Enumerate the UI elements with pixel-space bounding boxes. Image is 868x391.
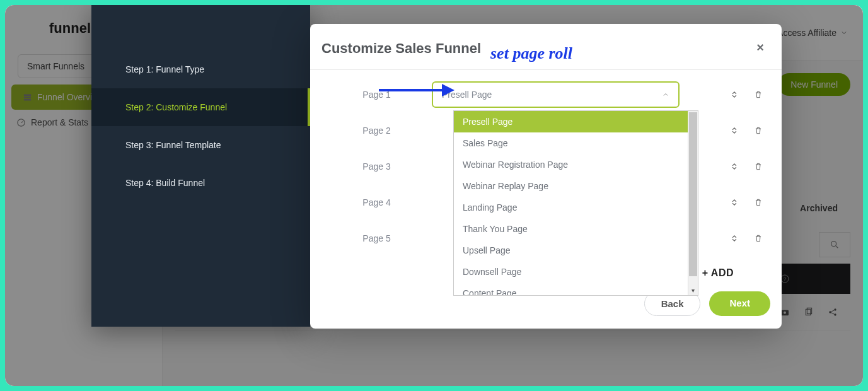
trash-icon[interactable]	[754, 162, 763, 171]
step-customize-funnel[interactable]: Step 2: Customize Funnel	[91, 88, 310, 126]
dropdown-option[interactable]: Upsell Page	[454, 240, 698, 261]
scrollbar-track[interactable]: ▾	[688, 111, 698, 295]
chevron-up-icon	[662, 91, 669, 98]
wizard-steps-panel: Step 1: Funnel Type Step 2: Customize Fu…	[91, 5, 310, 327]
scroll-down-icon[interactable]: ▾	[688, 285, 698, 295]
page-5-label: Page 5	[321, 233, 432, 243]
modal-title: Customize Sales Funnel	[321, 40, 481, 57]
trash-icon[interactable]	[754, 126, 763, 135]
next-button[interactable]: Next	[709, 291, 770, 316]
dropdown-option[interactable]: Content Page	[454, 283, 698, 296]
sort-icon[interactable]	[730, 234, 739, 243]
dropdown-option[interactable]: Webinar Registration Page	[454, 154, 698, 175]
annotation-text: set page roll	[490, 44, 572, 63]
dropdown-option[interactable]: Sales Page	[454, 132, 698, 154]
sort-icon[interactable]	[730, 126, 739, 135]
sort-icon[interactable]	[730, 198, 739, 207]
dropdown-option[interactable]: Landing Page	[454, 197, 698, 218]
close-icon[interactable]: ×	[756, 40, 764, 55]
trash-icon[interactable]	[754, 90, 763, 99]
step-build-funnel[interactable]: Step 4: Build Funnel	[91, 164, 310, 202]
step-funnel-type[interactable]: Step 1: Funnel Type	[91, 50, 310, 88]
dropdown-option[interactable]: Webinar Replay Page	[454, 175, 698, 197]
sort-icon[interactable]	[730, 90, 739, 99]
page-2-label: Page 2	[321, 125, 432, 136]
dropdown-option[interactable]: Thank You Page	[454, 218, 698, 240]
annotation-arrow-icon	[376, 81, 458, 100]
page-1-select[interactable]: Presell Page	[432, 81, 680, 108]
dropdown-option[interactable]: Presell Page	[454, 111, 698, 132]
scrollbar-thumb[interactable]	[689, 112, 697, 276]
sort-icon[interactable]	[730, 162, 739, 171]
dropdown-option[interactable]: Downsell Page	[454, 261, 698, 283]
trash-icon[interactable]	[754, 234, 763, 243]
page-type-dropdown[interactable]: Presell Page Sales Page Webinar Registra…	[453, 110, 698, 296]
page-4-label: Page 4	[321, 197, 432, 207]
trash-icon[interactable]	[754, 198, 763, 207]
step-funnel-template[interactable]: Step 3: Funnel Template	[91, 126, 310, 164]
page-3-label: Page 3	[321, 161, 432, 172]
